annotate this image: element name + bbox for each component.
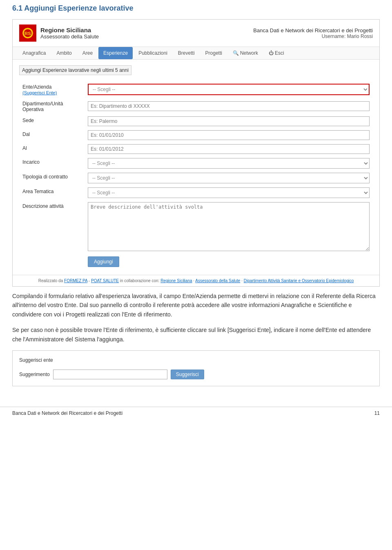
area-label: Area Tematica bbox=[19, 185, 85, 200]
dipartimento-input[interactable] bbox=[88, 101, 370, 111]
field-row-tipologia: Tipologia di contratto -- Scegli -- bbox=[19, 171, 373, 185]
dal-label: Dal bbox=[19, 128, 85, 142]
dal-field-cell bbox=[85, 128, 373, 142]
power-icon: ⏻ bbox=[269, 50, 274, 56]
suggest-box-title: Suggerisci ente bbox=[19, 357, 373, 363]
footer-title: Banca Dati e Network dei Ricercatori e d… bbox=[12, 410, 122, 416]
nav-aree[interactable]: Aree bbox=[78, 47, 98, 59]
field-row-area: Area Tematica -- Scegli -- bbox=[19, 185, 373, 200]
regione-link[interactable]: Regione Siciliana bbox=[160, 278, 192, 283]
ente-field-cell: -- Scegli -- bbox=[85, 81, 373, 98]
nav-ambito[interactable]: Ambito bbox=[51, 47, 76, 59]
al-label: Al bbox=[19, 142, 85, 156]
area-select[interactable]: -- Scegli -- bbox=[88, 187, 370, 198]
header-left: RS Regione Siciliana Assessorato della S… bbox=[19, 24, 99, 42]
description-para1: Compilando il formulario relativo all'es… bbox=[12, 292, 380, 319]
ente-select-wrapper: -- Scegli -- bbox=[88, 84, 370, 95]
incarico-field-cell: -- Scegli -- bbox=[85, 156, 373, 171]
form-submit-row: Aggiungi bbox=[19, 254, 373, 269]
app-nav: Anagrafica Ambito Aree Esperienze Pubbli… bbox=[13, 47, 379, 60]
form-table: Ente/Azienda (Suggerisci Ente) -- Scegli… bbox=[19, 81, 373, 269]
ente-label-cell: Ente/Azienda (Suggerisci Ente) bbox=[19, 81, 85, 98]
suggerisci-button[interactable]: Suggerisci bbox=[171, 370, 204, 379]
field-row-dal: Dal bbox=[19, 128, 373, 142]
nav-esperienze[interactable]: Esperienze bbox=[98, 47, 133, 59]
aggiungi-button[interactable]: Aggiungi bbox=[88, 256, 119, 267]
site-title: Banca Dati e Network dei Ricercatori e d… bbox=[253, 27, 373, 33]
field-row-descrizione: Descrizione attività bbox=[19, 200, 373, 254]
descrizione-field-cell bbox=[85, 200, 373, 254]
nav-esci-label: Esci bbox=[275, 50, 284, 56]
field-row-sede: Sede bbox=[19, 114, 373, 128]
org-name: Regione Siciliana bbox=[40, 27, 99, 33]
app-title-block: Regione Siciliana Assessorato della Salu… bbox=[40, 27, 99, 40]
sede-label: Sede bbox=[19, 114, 85, 128]
nav-progetti[interactable]: Progetti bbox=[200, 47, 227, 59]
tipologia-field-cell: -- Scegli -- bbox=[85, 171, 373, 185]
al-input[interactable] bbox=[88, 144, 370, 154]
sede-input[interactable] bbox=[88, 116, 370, 126]
suggest-box: Suggerisci ente Suggerimento Suggerisci bbox=[12, 350, 380, 386]
field-row-dipartimento: Dipartimento/Unità Operativa bbox=[19, 98, 373, 114]
area-field-cell: -- Scegli -- bbox=[85, 185, 373, 200]
al-field-cell bbox=[85, 142, 373, 156]
nav-anagrafica[interactable]: Anagrafica bbox=[18, 47, 51, 59]
org-subtitle: Assessorato della Salute bbox=[40, 33, 99, 40]
app-header: RS Regione Siciliana Assessorato della S… bbox=[13, 20, 379, 47]
assessorato-link[interactable]: Assessorato della Salute bbox=[195, 278, 240, 283]
suggest-input[interactable] bbox=[53, 370, 167, 379]
description-para2: Se per caso non è possibile trovare l'En… bbox=[12, 325, 380, 344]
dipartimento-label: Dipartimento/Unità Operativa bbox=[19, 98, 85, 114]
field-row-al: Al bbox=[19, 142, 373, 156]
tipologia-select[interactable]: -- Scegli -- bbox=[88, 173, 370, 183]
incarico-label: Incarico bbox=[19, 156, 85, 171]
nav-network[interactable]: 🔍 Network bbox=[228, 47, 263, 59]
suggest-row: Suggerimento Suggerisci bbox=[19, 370, 373, 379]
page-number: 11 bbox=[374, 410, 380, 416]
app-frame: RS Regione Siciliana Assessorato della S… bbox=[12, 19, 380, 287]
page-title: 6.1 Aggiungi Esperienze lavorative bbox=[12, 4, 380, 13]
field-row-incarico: Incarico -- Scegli -- bbox=[19, 156, 373, 171]
descrizione-label: Descrizione attività bbox=[19, 200, 85, 254]
nav-esci[interactable]: ⏻ Esci bbox=[264, 47, 289, 59]
incarico-select[interactable]: -- Scegli -- bbox=[88, 158, 370, 169]
formez-link[interactable]: FORMEZ PA bbox=[64, 278, 87, 283]
submit-cell: Aggiungi bbox=[85, 254, 373, 269]
dipartimento-link[interactable]: Dipartimento Attività Sanitarie e Osserv… bbox=[244, 278, 354, 283]
suggest-label: Suggerimento bbox=[19, 372, 50, 377]
page-footer: Banca Dati e Network dei Ricercatori e d… bbox=[0, 407, 392, 419]
dal-input[interactable] bbox=[88, 130, 370, 140]
nav-network-label: Network bbox=[240, 50, 258, 56]
app-logo: RS bbox=[19, 24, 36, 42]
nav-pubblicazioni[interactable]: Pubblicazioni bbox=[134, 47, 172, 59]
dipartimento-field-cell bbox=[85, 98, 373, 114]
field-row-ente: Ente/Azienda (Suggerisci Ente) -- Scegli… bbox=[19, 81, 373, 98]
ente-select[interactable]: -- Scegli -- bbox=[89, 85, 369, 94]
descrizione-textarea[interactable] bbox=[88, 202, 370, 251]
username-display: Username: Mario Rossi bbox=[253, 33, 373, 39]
tipologia-label: Tipologia di contratto bbox=[19, 171, 85, 185]
search-icon: 🔍 bbox=[233, 50, 239, 56]
form-section: Aggiungi Esperienze lavorative negli ult… bbox=[13, 60, 379, 275]
app-footer: Realizzato da FORMEZ PA - POAT SALUTE in… bbox=[13, 275, 379, 286]
ente-label: Ente/Azienda bbox=[22, 84, 51, 90]
svg-text:RS: RS bbox=[24, 31, 31, 36]
header-right: Banca Dati e Network dei Ricercatori e d… bbox=[253, 27, 373, 39]
poat-link[interactable]: POAT SALUTE bbox=[91, 278, 119, 283]
sede-field-cell bbox=[85, 114, 373, 128]
nav-brevetti[interactable]: Brevetti bbox=[173, 47, 200, 59]
suggerisci-ente-link[interactable]: (Suggerisci Ente) bbox=[22, 90, 57, 95]
form-section-title: Aggiungi Esperienze lavorative negli ult… bbox=[19, 65, 131, 75]
